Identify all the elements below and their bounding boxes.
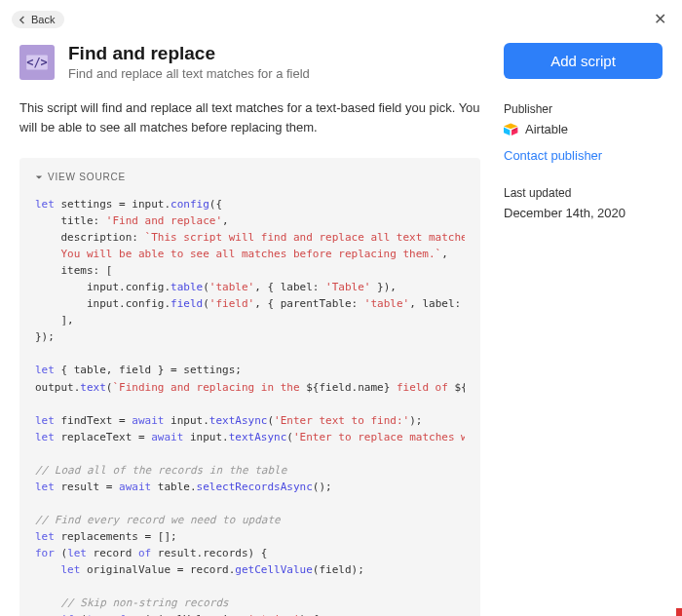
sidebar: Add script Publisher Airtable Contact pu… [504, 43, 663, 616]
close-button[interactable]: ✕ [650, 8, 670, 31]
view-source-toggle[interactable]: VIEW SOURCE [35, 172, 126, 182]
close-icon: ✕ [654, 11, 666, 27]
svg-text:</>: </> [26, 56, 48, 69]
airtable-logo-icon [504, 123, 519, 136]
publisher-label: Publisher [504, 102, 663, 116]
code-block: VIEW SOURCE let settings = input.config(… [19, 158, 480, 616]
script-icon: </> [19, 45, 55, 80]
back-label: Back [31, 14, 55, 25]
add-script-button[interactable]: Add script [504, 43, 663, 79]
publisher-row: Airtable [504, 122, 663, 136]
back-button[interactable]: Back [12, 11, 64, 28]
main-content: </> Find and replace Find and replace al… [19, 43, 480, 616]
page-title: Find and replace [68, 43, 310, 64]
source-code: let settings = input.config({ title: 'Fi… [35, 196, 465, 616]
arrow-left-icon [19, 16, 27, 24]
chevron-down-icon [35, 173, 43, 181]
view-source-label: VIEW SOURCE [48, 172, 126, 182]
last-updated-value: December 14th, 2020 [504, 206, 663, 220]
scrollbar-indicator[interactable] [676, 608, 682, 616]
page-subtitle: Find and replace all text matches for a … [68, 66, 310, 81]
publisher-name: Airtable [525, 122, 568, 136]
script-description: This script will find and replace all te… [19, 98, 480, 136]
last-updated-label: Last updated [504, 186, 663, 200]
contact-publisher-link[interactable]: Contact publisher [504, 148, 602, 163]
